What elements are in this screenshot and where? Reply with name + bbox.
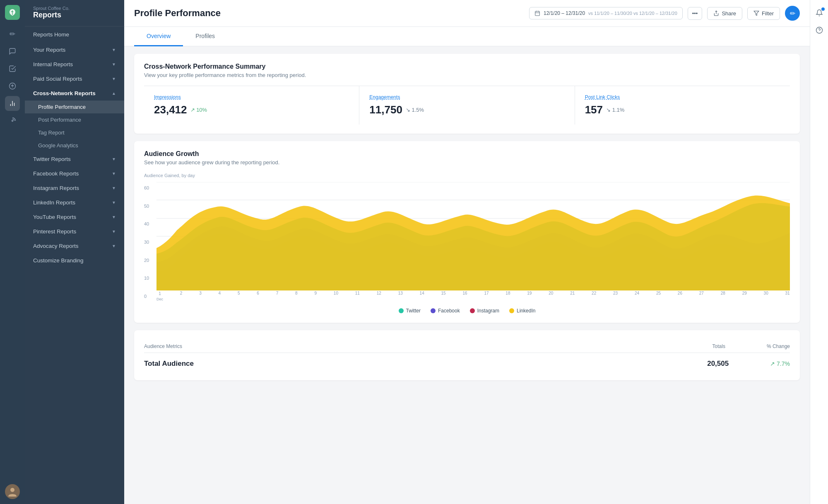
date-range-button[interactable]: 12/1/20 – 12/31/20 vs 11/1/20 – 11/30/20… (529, 7, 683, 19)
sidebar-item-reports-home[interactable]: Reports Home (25, 26, 124, 43)
app-name: Reports (33, 11, 116, 19)
chevron-icon: ▼ (112, 48, 116, 52)
compose-icon[interactable]: ✏ (5, 26, 20, 41)
svg-point-6 (10, 488, 14, 492)
impressions-metric: Impressions 23,412 ↗ 10% (144, 86, 359, 125)
engagements-metric: Engagements 11,750 ↘ 1.5% (359, 86, 575, 125)
chevron-icon: ▼ (112, 157, 116, 161)
impressions-change: ↗ 10% (190, 107, 207, 113)
sidebar-item-linkedin[interactable]: LinkedIn Reports ▼ (25, 195, 124, 210)
col-change-label: % Change (767, 343, 790, 349)
link-clicks-metric: Post Link Clicks 157 ↘ 1.1% (575, 86, 790, 125)
chevron-icon: ▼ (112, 215, 116, 219)
sidebar-sub-post-performance[interactable]: Post Performance (25, 113, 124, 126)
sidebar-item-paid-social[interactable]: Paid Social Reports ▼ (25, 72, 124, 86)
audience-metrics-card: Audience Metrics Totals % Change Total A… (134, 330, 800, 380)
topbar: Profile Performance 12/1/20 – 12/31/20 v… (124, 0, 810, 27)
impressions-value: 23,412 ↗ 10% (154, 103, 349, 116)
sidebar-item-youtube[interactable]: YouTube Reports ▼ (25, 210, 124, 224)
edit-button[interactable]: ✏ (785, 6, 800, 21)
chevron-icon: ▼ (112, 186, 116, 190)
filter-button[interactable]: Filter (747, 7, 780, 20)
svg-point-20 (816, 27, 822, 34)
more-button[interactable]: ••• (688, 7, 703, 20)
sidebar-item-internal-reports[interactable]: Internal Reports ▼ (25, 57, 124, 72)
link-clicks-change: ↘ 1.1% (606, 107, 624, 113)
logo (5, 5, 20, 20)
col-totals-label: Totals (712, 343, 725, 349)
listening-icon[interactable] (5, 113, 20, 128)
sidebar-item-advocacy[interactable]: Advocacy Reports ▼ (25, 239, 124, 253)
linkedin-area (156, 196, 790, 290)
audience-growth-card: Audience Growth See how your audience gr… (134, 141, 800, 323)
notification-dot (821, 7, 825, 11)
analytics-icon[interactable] (5, 96, 20, 111)
legend-twitter: Twitter (399, 308, 421, 314)
summary-card-subtitle: View your key profile performance metric… (144, 72, 790, 78)
col-metrics-label: Audience Metrics (144, 343, 182, 349)
date-comparison-text: vs 11/1/20 – 11/30/20 vs 12/1/20 – 12/31… (588, 11, 677, 16)
user-avatar[interactable] (5, 484, 20, 499)
page-title: Profile Performance (134, 8, 524, 19)
facebook-color (431, 308, 436, 313)
summary-card: Cross-Network Performance Summary View y… (134, 54, 800, 134)
filter-label: Filter (762, 10, 774, 17)
chevron-icon: ▼ (112, 171, 116, 176)
sidebar-item-pinterest[interactable]: Pinterest Reports ▼ (25, 224, 124, 239)
y-axis: 60 50 40 30 20 10 0 (144, 182, 156, 302)
chart-axis-label: Audience Gained, by day (144, 173, 790, 178)
summary-card-title: Cross-Network Performance Summary (144, 63, 790, 70)
help-button[interactable] (812, 23, 826, 37)
sidebar-item-cross-network[interactable]: Cross-Network Reports ▲ (25, 86, 124, 101)
table-header: Audience Metrics Totals % Change (144, 339, 790, 353)
total-audience-value: 20,505 (707, 360, 729, 368)
tab-profiles[interactable]: Profiles (183, 27, 227, 46)
legend-linkedin: LinkedIn (509, 308, 535, 314)
content-area: Cross-Network Performance Summary View y… (124, 46, 810, 504)
sidebar-item-customize-branding[interactable]: Customize Branding (25, 253, 124, 268)
share-button[interactable]: Share (707, 7, 742, 20)
link-clicks-value: 157 ↘ 1.1% (585, 103, 780, 116)
chevron-icon: ▼ (112, 77, 116, 81)
svg-rect-7 (535, 11, 540, 15)
tab-bar: Overview Profiles (124, 27, 810, 46)
inbox-icon[interactable] (5, 44, 20, 59)
engagements-change: ↘ 1.5% (406, 107, 424, 113)
sidebar: Sprout Coffee Co. Reports Reports Home Y… (25, 0, 124, 504)
chart-wrapper: 60 50 40 30 20 10 0 (144, 182, 790, 302)
publish-icon[interactable] (5, 79, 20, 94)
sidebar-item-twitter[interactable]: Twitter Reports ▼ (25, 152, 124, 166)
icon-rail: ✏ (0, 0, 25, 504)
share-label: Share (722, 10, 736, 17)
link-clicks-label: Post Link Clicks (585, 94, 780, 100)
engagements-label: Engagements (369, 94, 564, 100)
reports-home-label: Reports Home (33, 31, 69, 38)
tasks-icon[interactable] (5, 61, 20, 76)
chevron-icon: ▼ (112, 244, 116, 248)
sidebar-sub-tag-report[interactable]: Tag Report (25, 126, 124, 139)
sidebar-sub-profile-performance[interactable]: Profile Performance (25, 101, 124, 113)
company-name: Sprout Coffee Co. (33, 6, 116, 11)
total-audience-label: Total Audience (144, 360, 194, 368)
chevron-icon: ▼ (112, 229, 116, 234)
instagram-color (470, 308, 475, 313)
tab-overview[interactable]: Overview (134, 27, 183, 46)
legend-instagram: Instagram (470, 308, 499, 314)
chevron-icon: ▼ (112, 62, 116, 67)
sidebar-item-instagram[interactable]: Instagram Reports ▼ (25, 181, 124, 195)
audience-chart (156, 182, 790, 290)
main-content: Profile Performance 12/1/20 – 12/31/20 v… (124, 0, 810, 504)
notification-button[interactable] (812, 6, 826, 20)
twitter-color (399, 308, 404, 313)
legend-facebook: Facebook (431, 308, 460, 314)
sidebar-sub-google-analytics[interactable]: Google Analytics (25, 139, 124, 152)
audience-growth-subtitle: See how your audience grew during the re… (144, 159, 790, 166)
impressions-label: Impressions (154, 94, 349, 100)
sidebar-item-facebook[interactable]: Facebook Reports ▼ (25, 166, 124, 181)
date-range-text: 12/1/20 – 12/31/20 (544, 10, 585, 16)
sidebar-item-your-reports[interactable]: Your Reports ▼ (25, 43, 124, 57)
sidebar-brand: Sprout Coffee Co. Reports (25, 0, 124, 26)
right-rail (810, 0, 828, 504)
metrics-row: Impressions 23,412 ↗ 10% Engagements 11,… (144, 86, 790, 125)
chart-svg-container (156, 182, 790, 290)
